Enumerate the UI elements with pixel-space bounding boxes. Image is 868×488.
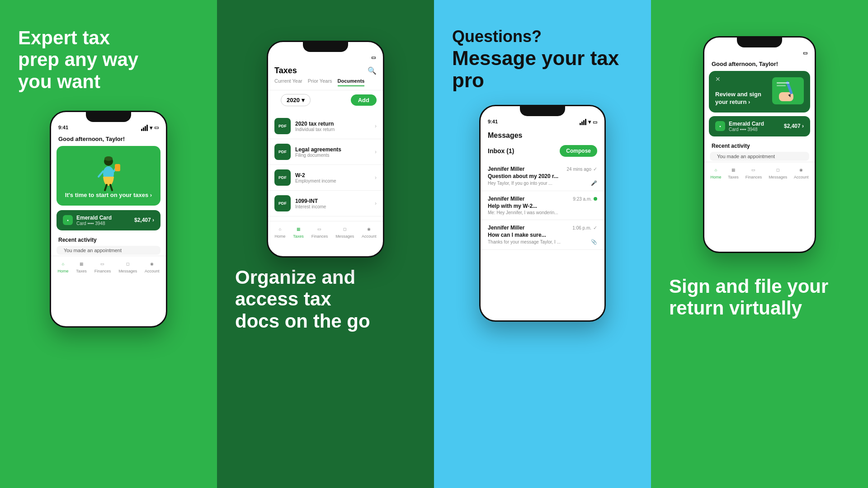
tab-documents[interactable]: Documents — [338, 78, 365, 86]
inbox-label: Inbox (1) — [488, 147, 514, 155]
doc-item-0[interactable]: PDF 2020 tax return Individual tax retur… — [268, 113, 383, 139]
doc-name-3: 1099-INT — [295, 198, 370, 204]
bottom-nav-2: ⌂ Home ▦ Taxes ▭ Finances ◻ Messages ◉ A… — [268, 221, 383, 243]
account-icon-4: ◉ — [797, 166, 806, 174]
msg-sender-2: Jennifer Miller — [488, 225, 524, 231]
panel3-headline: Message your tax pro — [452, 47, 633, 91]
status-bar: 9:41 ▾ ▭ — [51, 122, 166, 133]
hand-pen-svg — [774, 79, 802, 103]
msg-subject-0: Question about my 2020 r... — [488, 173, 597, 179]
status-icons: ▾ ▭ — [141, 125, 159, 131]
nav2-taxes[interactable]: ▦ Taxes — [293, 225, 304, 239]
msg-preview-1: Me: Hey Jennifer, I was wonderin... — [488, 210, 597, 215]
msg-subject-1: Help with my W-2... — [488, 203, 597, 209]
signal-icon — [141, 125, 148, 131]
time: 9:41 — [58, 125, 68, 131]
emerald-card-info-4: Emerald Card Card •••• 3948 — [729, 121, 764, 132]
status-bar-2: ▭ — [268, 52, 383, 62]
attach-icon-2: 📎 — [591, 239, 597, 245]
messages-icon-2: ◻ — [340, 225, 349, 233]
bottom-nav: ⌂ Home ▦ Taxes ▭ Finances ◻ Messages ◉ A… — [51, 256, 166, 278]
add-button[interactable]: Add — [351, 94, 377, 106]
phone-3: 9:41 ▾ ▭ Messages Inbox (1) Compose Jenn… — [479, 105, 606, 322]
nav2-messages[interactable]: ◻ Messages — [335, 225, 354, 239]
phone-notch — [86, 112, 131, 122]
search-icon[interactable]: 🔍 — [368, 66, 377, 75]
emerald-card-info: Emerald Card Card •••• 3948 — [76, 215, 112, 226]
panel-2: ▭ Taxes 🔍 Current Year Prior Years Docum… — [217, 0, 434, 488]
nav-finances[interactable]: ▭ Finances — [94, 260, 111, 273]
start-taxes-card[interactable]: It's time to start on your taxes › — [57, 146, 160, 206]
nav-account-label: Account — [145, 269, 160, 273]
nav-messages[interactable]: ◻ Messages — [118, 260, 137, 273]
person-illustration — [95, 153, 122, 192]
phone-2: ▭ Taxes 🔍 Current Year Prior Years Docum… — [267, 41, 384, 258]
panel2-headline: Organize and access tax docs on the go — [235, 267, 371, 332]
nav-home[interactable]: ⌂ Home — [57, 260, 68, 273]
taxes-icon-2: ▦ — [294, 225, 303, 233]
close-icon[interactable]: ✕ — [715, 75, 721, 83]
finances-icon-4: ▭ — [749, 166, 758, 174]
nav4-messages[interactable]: ◻ Messages — [769, 166, 787, 179]
compose-button[interactable]: Compose — [560, 145, 597, 157]
activity-item: You made an appointment — [57, 246, 160, 255]
nav4-home[interactable]: ⌂ Home — [710, 166, 721, 179]
start-taxes-cta[interactable]: It's time to start on your taxes › — [65, 192, 152, 198]
status-icons-3: ▾ ▭ — [580, 119, 597, 125]
nav-messages-label: Messages — [118, 269, 137, 273]
doc-sub-3: Interest income — [295, 204, 370, 209]
activity-item-4: You made an appointment — [710, 152, 809, 161]
phone-4: ▭ Good afternoon, Taylor! ✕ Revie — [703, 36, 816, 253]
doc-item-2[interactable]: PDF W-2 Employment income › — [268, 165, 383, 191]
svg-rect-7 — [115, 164, 120, 171]
tab-prior-years[interactable]: Prior Years — [308, 78, 332, 86]
msg-time-0: 24 mins ago — [567, 167, 591, 172]
attach-icon-0: 🎤 — [591, 180, 597, 186]
doc-info-3: 1099-INT Interest income — [295, 198, 370, 209]
doc-sub-2: Employment income — [295, 178, 370, 183]
review-sign-card[interactable]: ✕ Review and sign your return › — [709, 71, 810, 113]
message-item-1[interactable]: Jennifer Miller 9:23 a.m. Help with my W… — [481, 191, 604, 220]
nav4-taxes[interactable]: ▦ Taxes — [728, 166, 739, 179]
nav-account[interactable]: ◉ Account — [145, 260, 160, 273]
emerald-card-left: Emerald Card Card •••• 3948 — [63, 215, 112, 226]
battery-icon: ▭ — [154, 125, 159, 131]
account-icon-2: ◉ — [364, 225, 373, 233]
msg-time-2: 1:06 p.m. — [572, 225, 591, 230]
phone-1: 9:41 ▾ ▭ Good afternoon, Taylor! — [50, 111, 167, 328]
messages-title: Messages — [481, 127, 604, 143]
pdf-icon-2: PDF — [274, 169, 291, 186]
doc-item-1[interactable]: PDF Legal agreements Filing documents › — [268, 139, 383, 165]
message-item-0[interactable]: Jennifer Miller 24 mins ago ✓ Question a… — [481, 161, 604, 191]
messages-icon: ◻ — [123, 260, 132, 268]
nav4-account-label: Account — [794, 175, 809, 179]
nav2-finances[interactable]: ▭ Finances — [311, 225, 328, 239]
nav2-account[interactable]: ◉ Account — [362, 225, 377, 239]
account-icon: ◉ — [147, 260, 156, 268]
msg-subject-2: How can I make sure... — [488, 232, 597, 238]
nav-home-label: Home — [57, 269, 68, 273]
panel3-question: Questions? — [452, 27, 633, 46]
emerald-card[interactable]: Emerald Card Card •••• 3948 $2,407 › — [57, 210, 160, 230]
status-icons-4: ▭ — [803, 50, 807, 56]
nav4-finances[interactable]: ▭ Finances — [745, 166, 762, 179]
doc-item-3[interactable]: PDF 1099-INT Interest income › — [268, 191, 383, 216]
home-icon-4: ⌂ — [711, 166, 720, 174]
nav-taxes[interactable]: ▦ Taxes — [76, 260, 87, 273]
nav2-taxes-label: Taxes — [293, 234, 304, 239]
tab-current-year[interactable]: Current Year — [274, 78, 302, 86]
svg-line-5 — [99, 171, 103, 177]
year-selector[interactable]: 2020 ▾ — [281, 94, 311, 106]
recent-activity-label-4: Recent activity — [704, 140, 815, 151]
msg-sender-1: Jennifer Miller — [488, 196, 524, 202]
nav-finances-label: Finances — [94, 269, 111, 273]
phone-greeting: Good afternoon, Taylor! — [51, 133, 166, 146]
nav2-home[interactable]: ⌂ Home — [274, 225, 285, 239]
signal-icon-3 — [580, 119, 586, 125]
message-item-2[interactable]: Jennifer Miller 1:06 p.m. ✓ How can I ma… — [481, 220, 604, 250]
nav4-account[interactable]: ◉ Account — [794, 166, 809, 179]
emerald-card-4[interactable]: Emerald Card Card •••• 3948 $2,407 › — [709, 116, 810, 136]
msg-top-1: Jennifer Miller 9:23 a.m. — [488, 196, 597, 202]
wifi-icon: ▾ — [150, 125, 152, 131]
taxes-title-text: Taxes — [274, 66, 297, 75]
